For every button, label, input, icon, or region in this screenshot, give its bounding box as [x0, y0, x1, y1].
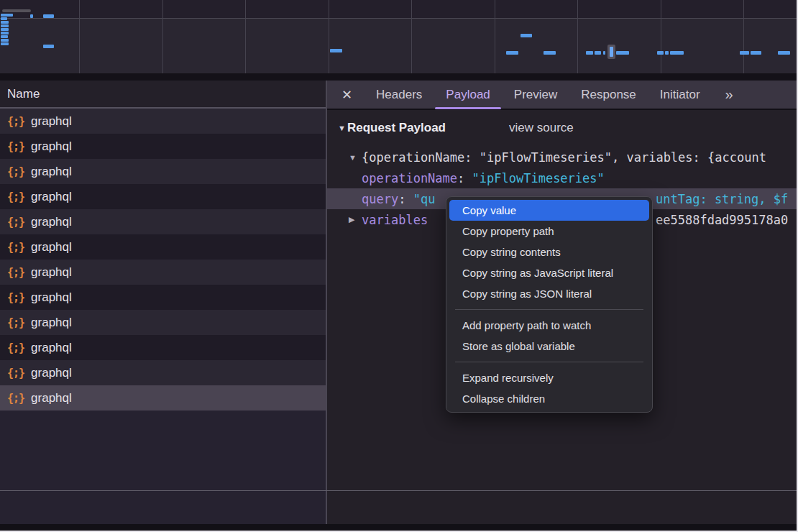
variables-preview-clipped: ee5588fdad995178a0	[656, 213, 788, 227]
waterfall-bar	[586, 51, 593, 55]
waterfall-bar	[670, 51, 684, 55]
menu-separator	[455, 309, 643, 310]
request-row[interactable]: {;}graphql	[0, 234, 326, 260]
request-name: graphql	[31, 290, 72, 305]
waterfall-bar	[657, 51, 664, 55]
close-icon[interactable]: ✕	[341, 88, 352, 101]
waterfall-bar	[1, 39, 9, 42]
fetch-icon: {;}	[7, 316, 24, 329]
tab-initiator[interactable]: Initiator	[660, 81, 700, 109]
gridline	[577, 0, 578, 73]
context-menu: Copy valueCopy property pathCopy string …	[446, 196, 653, 413]
detail-tabs: HeadersPayloadPreviewResponseInitiator	[376, 81, 700, 109]
fetch-icon: {;}	[7, 392, 24, 405]
menu-item-copy-property-path[interactable]: Copy property path	[449, 221, 649, 242]
gridline	[661, 0, 661, 73]
more-tabs-icon[interactable]: »	[725, 86, 732, 103]
request-row[interactable]: {;}graphql	[0, 285, 326, 310]
waterfall-bar	[30, 14, 33, 18]
section-collapse-icon[interactable]: ▼	[338, 124, 346, 132]
request-row[interactable]: {;}graphql	[0, 209, 326, 234]
request-name: graphql	[31, 165, 72, 179]
overview-separator	[0, 73, 797, 81]
tab-payload[interactable]: Payload	[446, 81, 490, 109]
fetch-icon: {;}	[7, 165, 24, 178]
request-row[interactable]: {;}graphql	[0, 159, 326, 184]
waterfall-bar	[330, 49, 342, 52]
waterfall-bar	[506, 51, 518, 55]
column-header-name[interactable]: Name	[0, 81, 326, 109]
menu-separator	[455, 362, 643, 362]
gridline	[411, 0, 412, 73]
tree-row-operation-name[interactable]: operationName: "ipFlowTimeseries"	[327, 168, 797, 188]
overview-ruler	[0, 0, 797, 19]
property-key: variables	[362, 213, 428, 227]
request-detail-panel: ✕ HeadersPayloadPreviewResponseInitiator…	[327, 81, 797, 525]
request-row[interactable]: {;}graphql	[0, 335, 326, 360]
overview-scrubber[interactable]	[607, 45, 615, 59]
request-row[interactable]: {;}graphql	[0, 260, 326, 285]
column-header-label: Name	[7, 87, 40, 101]
gridline	[245, 0, 246, 73]
request-row[interactable]: {;}graphql	[0, 134, 326, 159]
request-row[interactable]: {;}graphql	[0, 184, 326, 209]
menu-item-expand-recursively[interactable]: Expand recursively	[449, 367, 649, 388]
request-row[interactable]: {;}graphql	[0, 385, 326, 411]
bottom-divider	[0, 490, 797, 491]
waterfall-bar	[1, 28, 9, 31]
waterfall-bar	[1, 42, 9, 45]
bottom-strip	[0, 524, 797, 531]
request-name: graphql	[31, 366, 72, 380]
tree-row-root-preview[interactable]: ▼ {operationName: "ipFlowTimeseries", va…	[327, 147, 797, 168]
fetch-icon: {;}	[7, 140, 24, 153]
tab-response[interactable]: Response	[581, 81, 636, 109]
waterfall-bar	[1, 32, 9, 35]
request-name: graphql	[31, 265, 72, 280]
fetch-icon: {;}	[7, 367, 24, 380]
waterfall-bar	[1, 35, 8, 38]
menu-item-copy-string-as-json-literal[interactable]: Copy string as JSON literal	[449, 283, 649, 304]
fetch-icon: {;}	[7, 115, 24, 128]
menu-item-copy-string-contents[interactable]: Copy string contents	[449, 242, 649, 262]
fetch-icon: {;}	[7, 341, 24, 354]
fetch-icon: {;}	[7, 266, 24, 279]
request-row[interactable]: {;}graphql	[0, 109, 326, 134]
tab-headers[interactable]: Headers	[376, 81, 422, 109]
menu-item-add-property-path-to-watch[interactable]: Add property path to watch	[449, 315, 649, 336]
detail-tabbar: ✕ HeadersPayloadPreviewResponseInitiator…	[327, 81, 797, 110]
query-value-clipped: untTag: string, $f	[656, 192, 788, 206]
gridline	[329, 0, 329, 73]
request-name: graphql	[31, 240, 72, 254]
property-key: query	[362, 192, 398, 206]
request-name: graphql	[31, 139, 72, 154]
view-source-link[interactable]: view source	[509, 121, 574, 135]
waterfall-bar	[1, 21, 9, 24]
fetch-icon: {;}	[7, 291, 24, 304]
expand-triangle-icon[interactable]: ▶	[349, 215, 354, 224]
tab-preview[interactable]: Preview	[514, 81, 557, 109]
request-payload-section[interactable]: ▼ Request Payload view source	[327, 119, 797, 137]
waterfall-bar	[665, 51, 669, 55]
request-name: graphql	[31, 215, 72, 229]
menu-item-copy-string-as-javascript-literal[interactable]: Copy string as JavaScript literal	[449, 262, 649, 283]
network-overview-timeline[interactable]	[0, 0, 797, 73]
key-separator: :	[457, 171, 472, 185]
waterfall-bar	[43, 45, 54, 48]
menu-item-store-as-global-variable[interactable]: Store as global variable	[449, 336, 649, 357]
request-row[interactable]: {;}graphql	[0, 360, 326, 385]
fetch-icon: {;}	[7, 191, 24, 203]
property-value: "qu	[413, 192, 436, 206]
request-row[interactable]: {;}graphql	[0, 310, 326, 335]
menu-item-collapse-children[interactable]: Collapse children	[449, 388, 649, 409]
root-preview-text: {operationName: "ipFlowTimeseries", vari…	[362, 150, 766, 165]
menu-item-copy-value[interactable]: Copy value	[449, 200, 649, 221]
fetch-icon: {;}	[7, 216, 24, 229]
collapse-triangle-icon[interactable]: ▼	[349, 153, 357, 162]
devtools-network-panel: Name {;}graphql{;}graphql{;}graphql{;}gr…	[0, 0, 797, 531]
waterfall-bar	[520, 34, 532, 37]
property-key: operationName	[362, 171, 457, 185]
waterfall-bar	[595, 51, 601, 55]
gridline	[162, 0, 163, 73]
waterfall-bar	[1, 17, 7, 20]
gridline	[79, 0, 80, 73]
